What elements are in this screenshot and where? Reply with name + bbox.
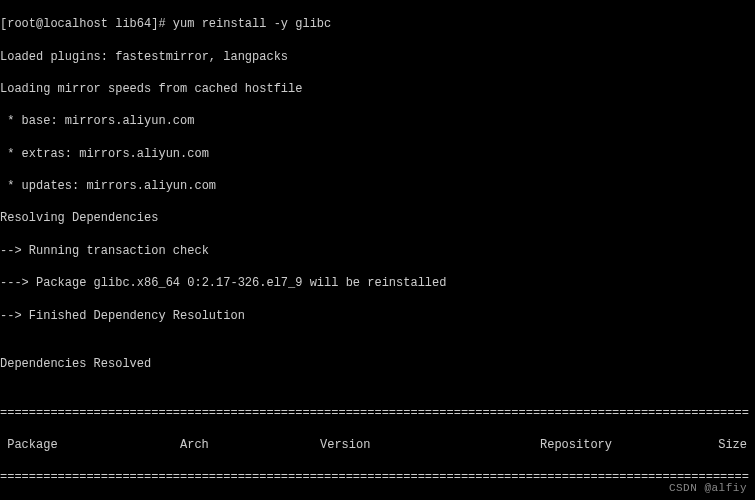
prompt-line-1: [root@localhost lib64]# yum reinstall -y…: [0, 16, 755, 32]
shell-command: yum reinstall -y glibc: [173, 17, 331, 31]
output-line: Loading mirror speeds from cached hostfi…: [0, 81, 755, 97]
table-header-row: PackageArchVersionRepositorySize: [0, 437, 755, 453]
terminal-output[interactable]: [root@localhost lib64]# yum reinstall -y…: [0, 0, 755, 500]
col-repository: Repository: [540, 437, 690, 453]
divider: ========================================…: [0, 469, 755, 485]
output-line: * base: mirrors.aliyun.com: [0, 113, 755, 129]
output-line: --> Running transaction check: [0, 243, 755, 259]
output-line: --> Finished Dependency Resolution: [0, 308, 755, 324]
divider: ========================================…: [0, 405, 755, 421]
output-line: * extras: mirrors.aliyun.com: [0, 146, 755, 162]
col-size: Size: [690, 437, 755, 453]
col-arch: Arch: [180, 437, 320, 453]
output-line: Dependencies Resolved: [0, 356, 755, 372]
output-line: * updates: mirrors.aliyun.com: [0, 178, 755, 194]
shell-prompt: [root@localhost lib64]#: [0, 17, 173, 31]
output-line: Resolving Dependencies: [0, 210, 755, 226]
output-line: Loaded plugins: fastestmirror, langpacks: [0, 49, 755, 65]
col-package: Package: [0, 437, 180, 453]
col-version: Version: [320, 437, 540, 453]
output-line: ---> Package glibc.x86_64 0:2.17-326.el7…: [0, 275, 755, 291]
watermark: CSDN @alfiy: [669, 481, 747, 496]
